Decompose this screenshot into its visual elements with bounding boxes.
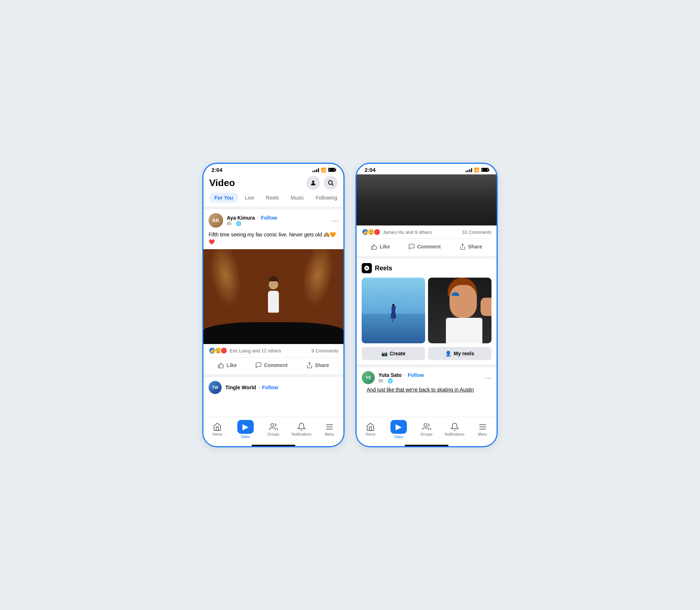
- header-1: Video: [203, 174, 343, 193]
- nav-notifications-2[interactable]: Notifications: [444, 422, 466, 436]
- divider-2: [357, 256, 497, 259]
- next-dot-1: ·: [258, 384, 260, 391]
- search-button-1[interactable]: [324, 176, 338, 190]
- heart-reaction-2: ❤️: [373, 228, 381, 236]
- more-button-1[interactable]: ···: [332, 217, 338, 224]
- my-reels-label: My reels: [454, 351, 474, 356]
- post-info-1: Aya Kimura · Follow 8h · 🌐: [227, 215, 277, 226]
- wifi-icon-2: 📶: [474, 167, 479, 173]
- nav-video-label-2: Video: [394, 435, 403, 439]
- nav-video-1[interactable]: ▶ Video: [234, 420, 256, 439]
- heart-reaction-1: ❤️: [220, 347, 228, 354]
- nav-groups-label-2: Groups: [421, 432, 433, 436]
- reactions-left-2: 👍 😲 ❤️ James Hu and 9 others: [362, 228, 432, 236]
- nav-home-1[interactable]: Home: [206, 422, 228, 436]
- action-row-1: Like Comment Share: [209, 357, 338, 374]
- home-indicator-2: [405, 445, 448, 446]
- header-icons-1: [306, 176, 338, 190]
- comment-label-1: Comment: [264, 362, 288, 368]
- nav-groups-2[interactable]: Groups: [416, 422, 438, 436]
- reactions-row-2: 👍 😲 ❤️ James Hu and 9 others 10 Comments: [357, 225, 497, 239]
- reel-card-1[interactable]: [362, 278, 425, 343]
- nav-notifications-label-2: Notifications: [445, 432, 464, 436]
- profile-button-1[interactable]: [306, 176, 320, 190]
- tab-music[interactable]: Music: [285, 193, 309, 203]
- nav-menu-2[interactable]: Menu: [472, 422, 494, 436]
- shirt: [446, 318, 482, 343]
- share-label-1: Share: [315, 362, 329, 368]
- battery-fill-1: [329, 169, 334, 171]
- nav-menu-label-2: Menu: [478, 432, 487, 436]
- nav-groups-label-1: Groups: [268, 432, 280, 436]
- action-row-2: Like Comment Share: [362, 239, 491, 256]
- next-follow-button-1[interactable]: Follow: [262, 385, 278, 390]
- like-label-2: Like: [380, 244, 390, 250]
- underlined-text: And just like that we're back to skating…: [367, 387, 474, 393]
- signal-bar-1: [312, 171, 314, 172]
- makeup-person-figure: [446, 278, 491, 343]
- like-button-1[interactable]: Like: [213, 359, 241, 371]
- phone-2: 2:04 📶: [355, 163, 498, 447]
- create-reel-button[interactable]: 📷 Create: [362, 347, 425, 360]
- nav-groups-1[interactable]: Groups: [262, 422, 284, 436]
- hand: [481, 298, 491, 316]
- svg-point-4: [271, 424, 274, 426]
- tab-for-you[interactable]: For You: [209, 193, 238, 203]
- follow-button-1[interactable]: Follow: [261, 215, 277, 221]
- post-author-1: AK Aya Kimura · Follow 8h · 🌐: [209, 213, 277, 228]
- reels-header: Reels: [362, 263, 491, 273]
- dark-image-top: [357, 174, 497, 225]
- share-button-2[interactable]: Share: [455, 240, 487, 253]
- reaction-text-2: James Hu and 9 others: [383, 229, 432, 235]
- nav-video-2[interactable]: ▶ Video: [388, 420, 409, 439]
- globe-icon-1: 🌐: [236, 221, 241, 226]
- comedy-scene: [203, 249, 343, 344]
- my-reels-icon: 👤: [445, 351, 451, 356]
- reel-card-2[interactable]: [428, 278, 491, 343]
- nav-home-2[interactable]: Home: [359, 422, 381, 436]
- signal-bar-4: [318, 168, 319, 172]
- meta-dot-1: ·: [233, 221, 234, 226]
- more-button-2[interactable]: ···: [485, 374, 491, 381]
- next-avatar-2: YS: [362, 371, 375, 384]
- comment-button-2[interactable]: Comment: [404, 240, 445, 253]
- nav-video-icon-2: ▶: [390, 420, 407, 434]
- dot-separator-1: ·: [257, 215, 258, 221]
- tab-reels[interactable]: Reels: [261, 193, 284, 203]
- phone-1: 2:04 📶 Video: [202, 163, 345, 447]
- post-header-1: AK Aya Kimura · Follow 8h · 🌐: [203, 209, 343, 231]
- next-post-preview-1: TW Tingle World · Follow: [203, 374, 343, 400]
- reel-bg-paddleboarder: [362, 278, 425, 343]
- audience-silhouette: [203, 322, 343, 344]
- comment-button-1[interactable]: Comment: [251, 359, 292, 371]
- nav-video-label-1: Video: [241, 435, 250, 439]
- bottom-nav-1: Home ▶ Video Groups Notifications Menu: [203, 417, 343, 443]
- tab-live[interactable]: Live: [240, 193, 260, 203]
- nav-notifications-1[interactable]: Notifications: [291, 422, 312, 436]
- tab-following[interactable]: Following: [311, 193, 342, 203]
- nav-video-icon-1: ▶: [237, 420, 254, 434]
- scroll-content-2[interactable]: 👍 😲 ❤️ James Hu and 9 others 10 Comments…: [357, 174, 497, 417]
- nav-menu-1[interactable]: Menu: [319, 422, 341, 436]
- share-button-1[interactable]: Share: [302, 359, 334, 371]
- reels-grid: [362, 278, 491, 343]
- comments-count-2: 10 Comments: [462, 229, 491, 235]
- reels-icon: [362, 263, 372, 273]
- like-button-2[interactable]: Like: [366, 240, 394, 253]
- wifi-icon-1: 📶: [321, 167, 326, 173]
- status-icons-2: 📶: [466, 167, 489, 173]
- reels-actions: 📷 Create 👤 My reels: [362, 347, 491, 360]
- nav-menu-label-1: Menu: [325, 432, 334, 436]
- scroll-content-1[interactable]: AK Aya Kimura · Follow 8h · 🌐: [203, 206, 343, 417]
- next-post-name-row-1: Tingle World · Follow: [225, 384, 278, 391]
- reels-section: Reels: [357, 259, 497, 364]
- status-time-2: 2:04: [365, 167, 376, 173]
- status-bar-2: 2:04 📶: [357, 164, 497, 174]
- my-reels-button[interactable]: 👤 My reels: [428, 347, 491, 360]
- next-post-preview-2: YS Yuta Sato · Follow 8h · 🌐: [357, 364, 497, 401]
- phones-container: 2:04 📶 Video: [202, 163, 498, 447]
- next-post-name-2: Yuta Sato: [378, 372, 402, 378]
- comments-count-1: 9 Comments: [311, 348, 338, 354]
- next-post-name-1: Tingle World: [225, 385, 256, 390]
- next-follow-button-2[interactable]: Follow: [408, 372, 424, 378]
